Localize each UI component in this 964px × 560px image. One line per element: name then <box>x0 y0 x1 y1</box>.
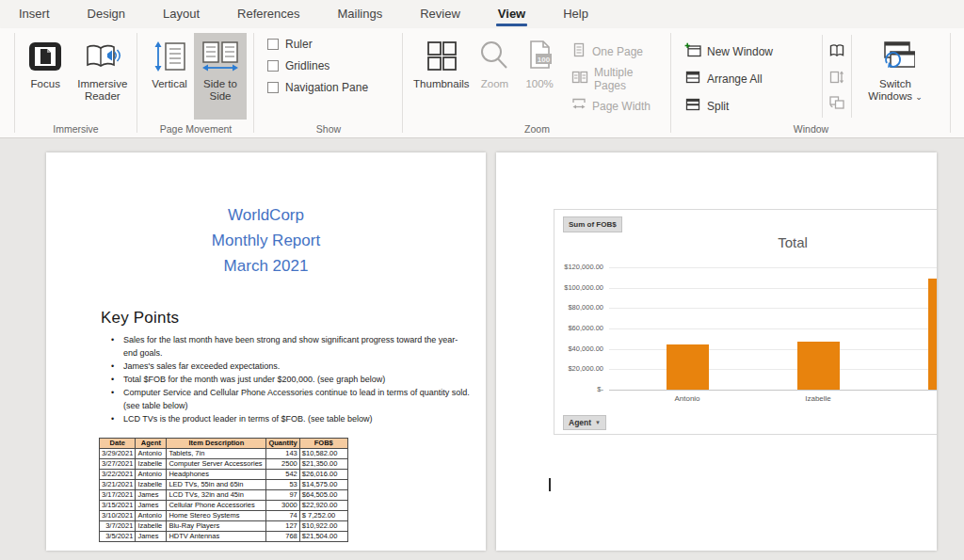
tab-mailings[interactable]: Mailings <box>336 1 385 28</box>
gridlines-checkbox[interactable] <box>267 60 279 72</box>
side-to-side-button[interactable]: Side to Side <box>194 33 247 120</box>
table-cell: Headphones <box>167 470 266 480</box>
document-page-1[interactable]: WorldCorp Monthly Report March 2021 Key … <box>46 152 486 551</box>
y-axis-tick-label: $120,000.00 <box>554 263 603 271</box>
table-cell: James <box>136 532 167 542</box>
title-line-3: March 2021 <box>46 253 486 279</box>
x-axis-category-label: Izabelle <box>785 394 851 403</box>
bullet-item: Total $FOB for the month was just under … <box>123 373 472 386</box>
gridline <box>609 288 937 289</box>
arrange-all-button[interactable]: Arrange All <box>681 65 795 92</box>
group-zoom: Thumbnails Zoom <box>403 28 671 137</box>
vertical-button[interactable]: Vertical <box>145 33 194 120</box>
table-cell: $26,016.00 <box>299 470 347 480</box>
tab-review[interactable]: Review <box>418 1 462 28</box>
table-cell: 542 <box>266 470 299 480</box>
group-label-immersive: Immersive <box>14 123 137 135</box>
table-cell: 3/21/2021 <box>100 480 136 490</box>
table-cell: 53 <box>266 480 299 490</box>
navigation-pane-label: Navigation Pane <box>285 81 368 94</box>
tab-layout[interactable]: Layout <box>161 1 201 28</box>
y-axis-tick-label: $100,000.00 <box>554 283 603 292</box>
x-axis-category-label: James <box>916 394 937 403</box>
svg-text:100: 100 <box>538 56 551 64</box>
table-row: 3/21/2021IzabelleLED TVs, 55in and 65in5… <box>100 480 348 490</box>
tab-design[interactable]: Design <box>86 1 127 28</box>
table-cell: Cellular Phone Accessories <box>167 501 266 511</box>
group-label-zoom: Zoom <box>403 123 671 135</box>
table-cell: Home Stereo Systems <box>167 511 266 521</box>
immersive-reader-label: Immersive Reader <box>68 78 137 103</box>
document-canvas: WorldCorp Monthly Report March 2021 Key … <box>0 138 964 560</box>
side-to-side-label: Side to Side <box>194 78 247 103</box>
table-cell: LED TVs, 55in and 65in <box>167 480 266 490</box>
tab-help[interactable]: Help <box>561 1 590 28</box>
column-header: Date <box>100 439 136 449</box>
axis-field-button[interactable]: Agent ▼ <box>563 415 606 430</box>
split-button[interactable]: Split <box>681 92 795 120</box>
focus-button[interactable]: Focus <box>24 33 68 120</box>
page-width-label: Page Width <box>592 100 651 113</box>
document-page-2[interactable]: Sum of FOB$ Total Agent ▼ $120,000.00$10… <box>496 152 937 551</box>
ruler-checkbox[interactable] <box>267 39 279 50</box>
view-side-by-side-button[interactable] <box>823 40 851 66</box>
sales-table: DateAgentItem DescriptionQuantityFOB$ 3/… <box>99 438 348 542</box>
table-row: 3/10/2021AntonioHome Stereo Systems74$ 7… <box>100 511 348 521</box>
new-window-button[interactable]: New Window <box>681 38 795 65</box>
text-cursor <box>549 478 551 491</box>
zoom-button: Zoom <box>473 33 518 120</box>
navigation-pane-checkbox-row[interactable]: Navigation Pane <box>267 81 403 94</box>
navigation-pane-checkbox[interactable] <box>267 82 279 93</box>
immersive-reader-button[interactable]: Immersive Reader <box>68 33 137 120</box>
switch-windows-button[interactable]: Switch Windows ⌄ <box>856 33 935 120</box>
multiple-pages-label: Multiple Pages <box>594 66 667 92</box>
column-header: FOB$ <box>299 439 347 449</box>
table-cell: Tablets, 7in <box>167 449 266 459</box>
y-axis-tick-label: $40,000.00 <box>554 344 603 353</box>
zoom-100-button: 100 100% <box>517 33 562 120</box>
focus-label: Focus <box>31 78 60 90</box>
table-cell: 143 <box>266 449 299 459</box>
focus-icon <box>26 35 64 78</box>
group-show: Ruler Gridlines Navigation Pane Show <box>254 28 403 137</box>
table-cell: $14,575.00 <box>299 480 347 490</box>
x-axis-line <box>609 390 937 391</box>
table-cell: 127 <box>266 521 299 532</box>
table-cell: 3/15/2021 <box>100 501 136 511</box>
ruler-label: Ruler <box>285 38 313 51</box>
ruler-checkbox-row[interactable]: Ruler <box>267 38 403 51</box>
gridlines-checkbox-row[interactable]: Gridlines <box>267 59 403 72</box>
table-cell: $64,505.00 <box>299 490 347 501</box>
tab-view[interactable]: View <box>496 1 527 28</box>
tab-insert[interactable]: Insert <box>17 1 52 28</box>
table-cell: $22,920.00 <box>299 501 347 511</box>
group-window: New Window Arrange All <box>671 28 951 137</box>
chart-title: Total <box>609 234 937 250</box>
pivot-chart[interactable]: Sum of FOB$ Total Agent ▼ $120,000.00$10… <box>554 209 937 435</box>
table-cell: HDTV Antennas <box>167 532 266 542</box>
title-line-1: WorldCorp <box>46 202 486 228</box>
table-cell: LCD TVs, 32in and 45in <box>167 490 266 501</box>
group-label-window: Window <box>671 123 951 135</box>
column-header: Item Description <box>167 439 266 449</box>
table-cell: Antonio <box>136 511 167 521</box>
reset-window-position-icon <box>828 95 845 114</box>
table-cell: 3/7/2021 <box>100 521 136 532</box>
table-row: 3/5/2021JamesHDTV Antennas768$21,504.00 <box>100 532 348 542</box>
table-row: 3/29/2021AntonioTablets, 7in143$10,582.0… <box>100 449 348 459</box>
table-cell: James <box>136 490 167 501</box>
table-cell: 768 <box>266 532 299 542</box>
one-page-icon <box>571 42 586 60</box>
thumbnails-label: Thumbnails <box>413 78 469 90</box>
table-cell: Antonio <box>136 449 167 459</box>
bullet-item: Sales for the last month have been stron… <box>123 333 472 360</box>
pivot-field-button[interactable]: Sum of FOB$ <box>563 216 622 232</box>
vertical-page-movement-icon <box>151 35 188 78</box>
document-title: WorldCorp Monthly Report March 2021 <box>46 202 486 279</box>
thumbnails-button[interactable]: Thumbnails <box>410 33 473 120</box>
gridline <box>609 349 937 350</box>
tab-references[interactable]: References <box>235 1 301 28</box>
y-axis-tick-label: $60,000.00 <box>554 324 603 332</box>
table-cell: 74 <box>266 511 299 521</box>
table-row: 3/17/2021JamesLCD TVs, 32in and 45in97$6… <box>100 490 348 501</box>
